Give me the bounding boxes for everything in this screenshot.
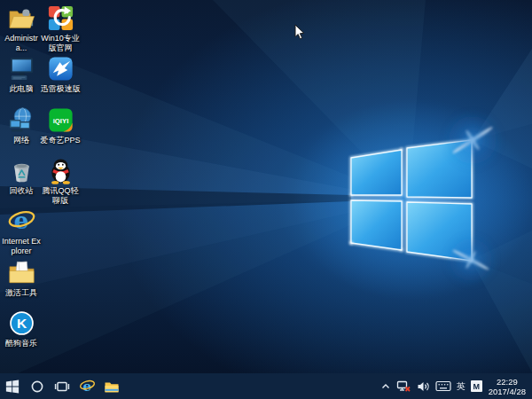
chevron-up-icon: [380, 382, 391, 391]
desktop-icon-label: 激活工具: [5, 288, 37, 298]
this-pc-icon: [7, 54, 36, 83]
desktop-icon-label: 此电脑: [10, 84, 34, 94]
kugou-icon: K: [7, 309, 36, 338]
desktop-icon-win10-website[interactable]: Win10专业版官网: [40, 4, 81, 53]
touch-keyboard-icon: [435, 380, 451, 392]
desktop-icon-kugou[interactable]: K 酷狗音乐: [1, 309, 42, 348]
ie-taskbar-button[interactable]: e: [74, 373, 99, 399]
svg-text:e: e: [13, 207, 28, 234]
svg-text:K: K: [16, 316, 27, 331]
ie-taskbar-icon: e: [79, 378, 96, 395]
desktop-icon-label: Administra...: [1, 34, 42, 53]
network-disconnected-icon: [396, 379, 411, 393]
desktop-icon-label: Internet Explorer: [1, 237, 42, 256]
desktop-icon-label: 腾讯QQ轻聊版: [40, 186, 81, 206]
volume-button[interactable]: [414, 373, 433, 399]
qq-penguin-icon: [46, 156, 75, 185]
win10-website-icon: [46, 4, 75, 33]
desktop-icon-label: 回收站: [10, 186, 34, 196]
desktop-icon-label: 迅雷极速版: [41, 84, 81, 94]
user-folder-icon: [7, 4, 36, 33]
desktop-icon-this-pc[interactable]: 此电脑: [1, 54, 42, 94]
desktop-icon-recycle-bin[interactable]: 回收站: [1, 156, 42, 196]
file-explorer-button[interactable]: [99, 373, 124, 399]
desktop-icon-thunder[interactable]: 迅雷极速版: [40, 54, 81, 94]
ie-icon: e: [7, 207, 36, 236]
windows-desktop: Administra... Win10专业版官网 此电脑: [0, 0, 532, 399]
system-tray: 英 M 22:29 2017/4/28: [378, 373, 532, 399]
desktop-icon-label: 酷狗音乐: [5, 339, 37, 348]
show-hidden-icons-button[interactable]: [378, 373, 394, 399]
input-language-indicator[interactable]: 英: [454, 373, 468, 399]
search-circle-icon: [30, 379, 44, 394]
desktop-icon-label: Win10专业版官网: [40, 34, 81, 53]
clock-date: 2017/4/28: [489, 387, 526, 396]
svg-text:iQIYI: iQIYI: [52, 117, 68, 125]
thunder-bird-icon: [46, 54, 75, 83]
desktop-icon-activation-tools[interactable]: 激活工具: [1, 258, 42, 298]
start-button[interactable]: [0, 373, 25, 399]
task-view-button[interactable]: [50, 373, 74, 399]
file-explorer-icon: [104, 379, 120, 394]
recycle-bin-icon: [7, 156, 36, 185]
network-globe-icon: [7, 106, 36, 135]
desktop-icon-internet-explorer[interactable]: e Internet Explorer: [1, 207, 42, 256]
touch-keyboard-button[interactable]: [433, 373, 454, 399]
error-x-badge: [405, 387, 410, 392]
network-status-button[interactable]: [394, 373, 414, 399]
desktop-icon-qq[interactable]: 腾讯QQ轻聊版: [40, 156, 81, 206]
desktop-icon-network[interactable]: 网络: [1, 106, 42, 145]
iqiyi-icon: iQIYI: [46, 106, 75, 135]
clock[interactable]: 22:29 2017/4/28: [485, 377, 532, 396]
ime-mode-indicator[interactable]: M: [468, 373, 485, 399]
taskbar-left-group: e: [0, 373, 124, 399]
search-button[interactable]: [25, 373, 50, 399]
speaker-icon: [417, 380, 430, 393]
task-view-icon: [54, 379, 70, 394]
language-label: 英: [457, 380, 466, 393]
desktop-icon-iqiyi[interactable]: iQIYI 爱奇艺PPS: [40, 106, 81, 145]
taskbar: e: [0, 373, 532, 399]
tools-folder-icon: [7, 258, 36, 287]
start-windows-icon: [5, 379, 20, 394]
mouse-cursor: [294, 24, 305, 40]
ime-mode-label: M: [471, 380, 482, 392]
desktop-icon-label: 网络: [13, 136, 29, 145]
desktop-icon-label: 爱奇艺PPS: [40, 136, 80, 145]
clock-time: 22:29: [489, 377, 526, 387]
desktop-icon-administrator[interactable]: Administra...: [1, 4, 42, 53]
